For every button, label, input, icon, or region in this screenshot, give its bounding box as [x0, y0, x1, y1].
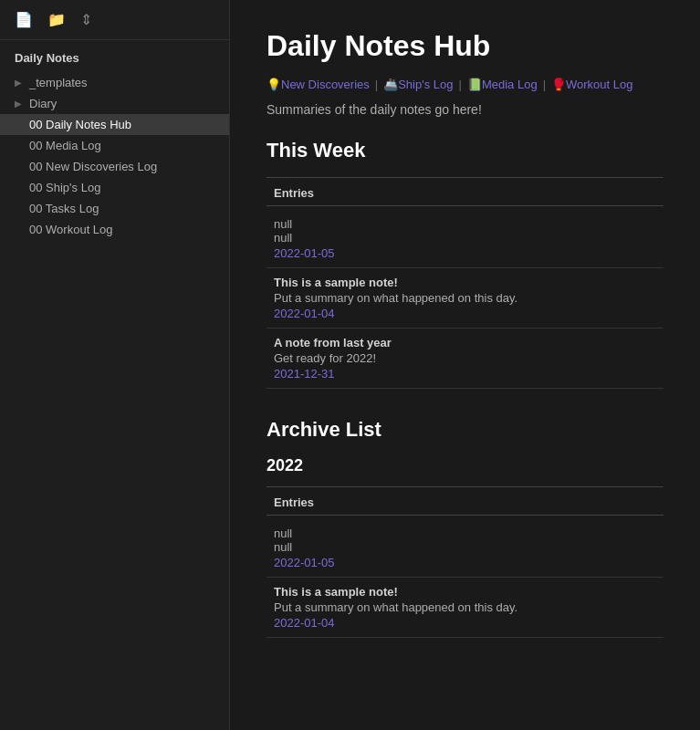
- sidebar-item-label: 00 Tasks Log: [29, 202, 99, 215]
- row-null-2: null: [274, 540, 656, 554]
- main-content: Daily Notes Hub 💡 New Discoveries | 🚢 Sh…: [230, 0, 700, 730]
- this-week-table-header: Entries: [266, 185, 663, 206]
- sidebar-title: Daily Notes: [0, 40, 229, 72]
- link-separator: |: [375, 78, 378, 91]
- row-title: A note from last year: [274, 336, 656, 349]
- archive-rows: nullnull2022-01-05This is a sample note!…: [266, 519, 663, 638]
- folder-icon[interactable]: 📁: [47, 11, 66, 28]
- this-week-title: This Week: [266, 139, 663, 162]
- row-date[interactable]: 2021-12-31: [274, 367, 656, 381]
- archive-table: Entriesnullnull2022-01-05This is a sampl…: [266, 486, 663, 638]
- this-week-entries-label: Entries: [266, 182, 321, 203]
- sidebar-item-label: 00 Media Log: [29, 139, 101, 152]
- this-week-rows: nullnull2022-01-05This is a sample note!…: [266, 210, 663, 389]
- link-emoji-media-log: 📗: [467, 78, 482, 91]
- table-row: nullnull2022-01-05: [266, 519, 663, 578]
- sidebar-item-tasks-log[interactable]: 00 Tasks Log: [0, 198, 229, 219]
- link-emoji-new-discoveries: 💡: [266, 78, 281, 91]
- row-null-2: null: [274, 231, 656, 245]
- row-date[interactable]: 2022-01-05: [274, 556, 656, 569]
- row-title: This is a sample note!: [274, 276, 656, 289]
- table-row: This is a sample note!Put a summary on w…: [266, 578, 663, 638]
- row-body: Put a summary on what happened on this d…: [274, 600, 656, 614]
- sidebar: 📄 📁 ⇕ Daily Notes ▶_templates▶Diary00 Da…: [0, 0, 230, 730]
- archive-entries-label: Entries: [266, 492, 321, 513]
- sidebar-item-label: 00 New Discoveries Log: [29, 160, 157, 173]
- sidebar-item-workout-log[interactable]: 00 Workout Log: [0, 219, 229, 240]
- sidebar-items: ▶_templates▶Diary00 Daily Notes Hub00 Me…: [0, 72, 229, 240]
- row-body: Put a summary on what happened on this d…: [274, 291, 656, 305]
- link-ships-log[interactable]: Ship's Log: [398, 78, 453, 91]
- sidebar-item-label: 00 Workout Log: [29, 223, 113, 236]
- table-row: This is a sample note!Put a summary on w…: [266, 268, 663, 328]
- sidebar-item-templates[interactable]: ▶_templates: [0, 72, 229, 93]
- page-title: Daily Notes Hub: [266, 29, 663, 63]
- sidebar-item-label: _templates: [29, 76, 88, 89]
- sidebar-item-diary[interactable]: ▶Diary: [0, 93, 229, 114]
- link-media-log[interactable]: Media Log: [482, 78, 538, 91]
- archive-year-title: 2022: [266, 456, 663, 475]
- file-icon[interactable]: 📄: [15, 11, 33, 28]
- sidebar-item-label: 00 Ship's Log: [29, 181, 100, 194]
- row-date[interactable]: 2022-01-05: [274, 246, 656, 260]
- row-body: Get ready for 2022!: [274, 351, 656, 365]
- sidebar-item-daily-notes-hub[interactable]: 00 Daily Notes Hub: [0, 114, 229, 135]
- links-bar: 💡 New Discoveries | 🚢 Ship's Log | 📗 Med…: [266, 78, 663, 91]
- archive-title: Archive List: [266, 418, 663, 442]
- link-emoji-workout-log: 🥊: [551, 78, 566, 91]
- row-date[interactable]: 2022-01-04: [274, 616, 656, 630]
- row-null-1: null: [274, 217, 656, 231]
- link-emoji-ships-log: 🚢: [383, 78, 398, 91]
- link-workout-log[interactable]: Workout Log: [566, 78, 632, 91]
- link-separator: |: [543, 78, 546, 91]
- sidebar-item-new-discoveries-log[interactable]: 00 New Discoveries Log: [0, 156, 229, 177]
- table-row: A note from last yearGet ready for 2022!…: [266, 328, 663, 389]
- row-date[interactable]: 2022-01-04: [274, 307, 656, 320]
- row-title: This is a sample note!: [274, 585, 656, 599]
- row-null-1: null: [274, 527, 656, 540]
- chevron-icon: ▶: [15, 78, 24, 88]
- sort-icon[interactable]: ⇕: [80, 11, 92, 28]
- archive-table-header: Entries: [266, 495, 663, 516]
- archive-container: 2022Entriesnullnull2022-01-05This is a s…: [266, 456, 663, 638]
- sidebar-item-label: Diary: [29, 97, 57, 110]
- link-new-discoveries[interactable]: New Discoveries: [281, 78, 370, 91]
- sidebar-item-ships-log[interactable]: 00 Ship's Log: [0, 177, 229, 198]
- sidebar-item-media-log[interactable]: 00 Media Log: [0, 135, 229, 156]
- link-separator: |: [459, 78, 462, 91]
- this-week-table: Entries nullnull2022-01-05This is a samp…: [266, 177, 663, 389]
- chevron-icon: ▶: [15, 99, 24, 109]
- sidebar-toolbar: 📄 📁 ⇕: [0, 0, 229, 40]
- sidebar-item-label: 00 Daily Notes Hub: [29, 118, 131, 131]
- archive-year-section: 2022Entriesnullnull2022-01-05This is a s…: [266, 456, 663, 638]
- subtitle: Summaries of the daily notes go here!: [266, 102, 663, 117]
- table-row: nullnull2022-01-05: [266, 210, 663, 268]
